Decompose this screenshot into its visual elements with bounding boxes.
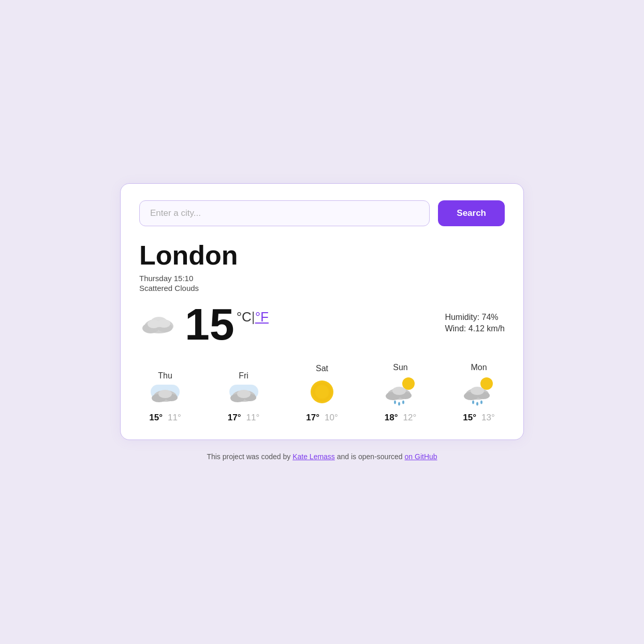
svg-point-24 bbox=[394, 400, 396, 404]
unit-separator: | bbox=[252, 309, 255, 325]
forecast-low: 10° bbox=[325, 413, 338, 423]
forecast-icon-sat bbox=[308, 377, 336, 408]
unit-fahrenheit-link[interactable]: °F bbox=[255, 309, 269, 325]
forecast-low: 11° bbox=[168, 413, 181, 423]
svg-point-25 bbox=[398, 402, 400, 405]
temperature: 15 bbox=[185, 302, 235, 346]
current-weather-icon bbox=[139, 308, 177, 341]
forecast-icon-sun bbox=[385, 376, 417, 408]
svg-point-26 bbox=[402, 400, 404, 404]
footer-github-link[interactable]: on GitHub bbox=[405, 452, 437, 461]
search-row: Search bbox=[139, 200, 505, 226]
forecast-low: 13° bbox=[481, 413, 495, 423]
forecast-sun: Sun 18° 12° bbox=[375, 363, 427, 423]
forecast-thu: Thu 15° 11° bbox=[139, 371, 191, 423]
footer-author-link[interactable]: Kate Lemass bbox=[292, 452, 335, 461]
forecast-icon-thu bbox=[151, 385, 180, 408]
svg-point-10 bbox=[158, 390, 172, 398]
forecast-fri: Fri 17° 11° bbox=[218, 371, 270, 423]
footer-text-middle: and is open-sourced bbox=[337, 452, 405, 461]
svg-point-18 bbox=[312, 382, 332, 402]
forecast-temps-mon: 15° 13° bbox=[463, 413, 494, 423]
forecast-high: 18° bbox=[385, 413, 398, 423]
temp-section: 15 °C | °F bbox=[139, 302, 269, 346]
forecast-temps-thu: 15° 11° bbox=[149, 413, 181, 423]
svg-point-32 bbox=[472, 400, 474, 404]
forecast-day-label: Thu bbox=[158, 371, 172, 380]
forecast-day-label: Sat bbox=[316, 364, 328, 373]
svg-point-5 bbox=[158, 319, 170, 328]
forecast-low: 11° bbox=[246, 413, 260, 423]
forecast-temps-sat: 17° 10° bbox=[306, 413, 338, 423]
forecast-low: 12° bbox=[403, 413, 417, 423]
humidity-wind: Humidity: 74% Wind: 4.12 km/h bbox=[445, 313, 505, 335]
forecast-high: 15° bbox=[149, 413, 163, 423]
humidity: Humidity: 74% bbox=[445, 313, 505, 322]
svg-point-34 bbox=[480, 400, 482, 404]
wind: Wind: 4.12 km/h bbox=[445, 324, 505, 333]
datetime: Thursday 15:10 bbox=[139, 274, 505, 283]
svg-point-19 bbox=[402, 377, 415, 390]
forecast-temps-fri: 17° 11° bbox=[228, 413, 259, 423]
weather-card: Search London Thursday 15:10 Scattered C… bbox=[120, 183, 524, 440]
svg-point-33 bbox=[476, 402, 478, 405]
forecast-sat: Sat 17° 10° bbox=[296, 364, 348, 423]
forecast-row: Thu 15° 11° Fri bbox=[139, 363, 505, 423]
current-weather-row: 15 °C | °F Humidity: 74% Wind: 4.12 km/h bbox=[139, 302, 505, 346]
forecast-mon: Mon 15° 13° bbox=[453, 363, 505, 423]
forecast-high: 15° bbox=[463, 413, 476, 423]
forecast-high: 17° bbox=[228, 413, 241, 423]
city-name: London bbox=[139, 241, 505, 270]
unit-celsius: °C bbox=[237, 309, 252, 325]
temp-display: 15 °C | °F bbox=[185, 302, 269, 346]
svg-point-27 bbox=[480, 377, 493, 390]
forecast-day-label: Fri bbox=[239, 371, 248, 380]
svg-point-23 bbox=[392, 387, 406, 395]
svg-point-15 bbox=[237, 390, 251, 398]
svg-point-31 bbox=[471, 387, 484, 395]
search-input[interactable] bbox=[139, 200, 430, 226]
forecast-temps-sun: 18° 12° bbox=[385, 413, 416, 423]
forecast-day-label: Sun bbox=[393, 363, 407, 372]
condition: Scattered Clouds bbox=[139, 284, 505, 292]
forecast-high: 17° bbox=[306, 413, 319, 423]
forecast-day-label: Mon bbox=[471, 363, 487, 372]
forecast-icon-mon bbox=[463, 376, 495, 408]
search-button[interactable]: Search bbox=[438, 200, 505, 226]
forecast-icon-fri bbox=[229, 385, 258, 408]
footer: This project was coded by Kate Lemass an… bbox=[207, 452, 437, 461]
footer-text-before: This project was coded by bbox=[207, 452, 292, 461]
